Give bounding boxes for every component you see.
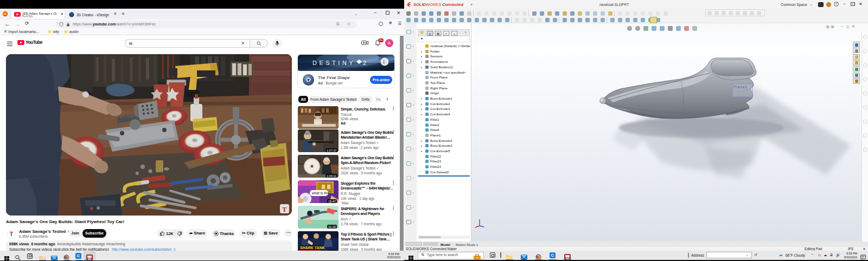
svg-text:T: T <box>282 205 287 213</box>
svg-text:DESTINY: DESTINY <box>312 60 355 66</box>
svg-text:what is this?: what is this? <box>311 191 331 195</box>
svg-text:i: i <box>384 59 385 65</box>
svg-text:SHARK TANK: SHARK TANK <box>300 246 325 250</box>
svg-text:Plane1: Plane1 <box>733 85 748 89</box>
svg-text:2: 2 <box>363 60 367 66</box>
